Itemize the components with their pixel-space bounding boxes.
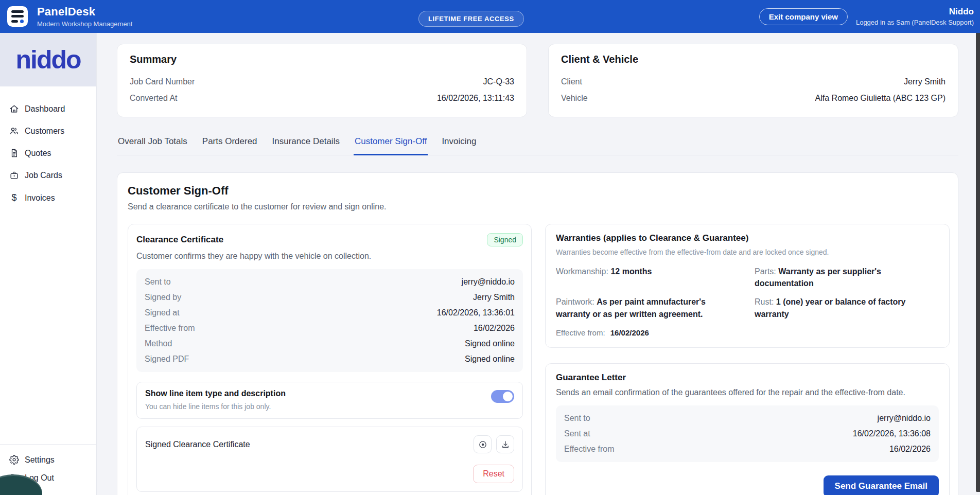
effective-label: Effective from: [556,328,605,337]
detail-value: Signed online [465,355,515,364]
warranty-item-rust: Rust: 1 (one) year or balance of factory… [755,296,939,320]
warranty-label: Workmanship: [556,267,608,276]
sidebar-item-dashboard[interactable]: Dashboard [0,100,96,118]
warranties-effective-from: Effective from: 16/02/2026 [556,328,939,337]
detail-row: Signed PDF Signed online [145,351,515,367]
tab-parts-ordered[interactable]: Parts Ordered [201,133,258,155]
detail-row: Signed at 16/02/2026, 13:36:01 [145,305,515,321]
warranty-value: 1 (one) year or balance of factory warra… [755,297,905,318]
sidebar-item-label: Customers [25,127,64,136]
app-logo-icon[interactable] [7,6,28,27]
row-value: JC-Q-33 [483,77,514,86]
detail-value: 16/02/2026 [889,445,931,454]
warranty-item-paintwork: Paintwork: As per paint amnufacturer's w… [556,296,740,320]
page-subtitle: Send a clearance certificate to the cust… [128,202,950,211]
detail-row: Sent to jerry@niddo.io [145,274,515,290]
tab-customer-sign-off[interactable]: Customer Sign-Off [354,133,428,155]
detail-row: Signed by Jerry Smith [145,290,515,305]
sidebar-item-customers[interactable]: Customers [0,122,96,140]
file-row: Signed Clearance Certificate [145,435,514,453]
sidebar-item-job-cards[interactable]: Job Cards [0,166,96,184]
summary-row: Converted At 16/02/2026, 13:11:43 [130,90,514,107]
toggle-texts: Show line item type and description You … [145,389,286,411]
detail-label: Sent at [564,429,590,438]
file-name: Signed Clearance Certificate [145,440,250,449]
summary-card: Summary Job Card Number JC-Q-33 Converte… [117,44,527,117]
detail-label: Effective from [145,324,195,333]
sidebar-item-label: Job Cards [25,171,62,180]
warranties-subtitle: Warranties become effective from the eff… [556,248,939,256]
download-button[interactable] [496,435,514,453]
sidebar-item-settings[interactable]: Settings [0,451,96,469]
row-label: Vehicle [561,94,588,103]
tab-invoicing[interactable]: Invoicing [441,133,477,155]
app-tagline: Modern Workshop Management [37,20,132,28]
tab-insurance-details[interactable]: Insurance Details [271,133,341,155]
app-header: PanelDesk Modern Workshop Management LIF… [0,0,980,33]
detail-row: Effective from 16/02/2026 [145,321,515,336]
logged-in-as: Logged in as Sam (PanelDesk Support) [856,19,974,26]
effective-value: 16/02/2026 [610,328,649,337]
toggle-hint: You can hide line items for this job onl… [145,402,286,411]
briefcase-icon [9,170,19,180]
row-label: Converted At [130,94,178,103]
header-center: LIFETIME FREE ACCESS [418,11,524,27]
detail-value: 16/02/2026, 13:36:01 [437,308,515,317]
detail-value: 16/02/2026 [474,324,515,333]
detail-row: Sent at 16/02/2026, 13:36:08 [564,426,931,441]
warranties-grid: Workmanship: 12 months Parts: Warranty a… [556,266,939,320]
detail-row: Sent to jerry@niddo.io [564,411,931,426]
clearance-title: Clearance Certificate [136,233,223,245]
clearance-header: Clearance Certificate Signed [136,233,523,246]
warranty-label: Paintwork: [556,297,594,306]
customer-sign-off-panel: Customer Sign-Off Send a clearance certi… [117,172,958,495]
send-guarantee-email-button[interactable]: Send Guarantee Email [824,475,939,495]
warranty-item-parts: Parts: Warranty as per supplier's docume… [755,266,939,289]
gear-icon [9,455,19,465]
warranty-label: Parts: [755,267,776,276]
detail-label: Signed PDF [145,355,189,364]
detail-value: jerry@niddo.io [878,414,931,423]
detail-row: Method Signed online [145,336,515,351]
logo-bar-row [11,20,24,23]
sidebar-item-quotes[interactable]: Quotes [0,144,96,162]
main-content: Summary Job Card Number JC-Q-33 Converte… [97,33,980,495]
sidebar-item-invoices[interactable]: $ Invoices [0,188,96,207]
warranty-item-workmanship: Workmanship: 12 months [556,266,740,289]
panel-columns: Clearance Certificate Signed Customer co… [128,224,950,495]
guarantee-title: Guarantee Letter [556,373,939,383]
client-row: Client Jerry Smith [561,74,946,90]
warranty-value: 12 months [610,267,652,276]
reset-button[interactable]: Reset [473,465,514,483]
detail-label: Signed at [145,308,180,317]
header-titles: PanelDesk Modern Workshop Management [37,5,132,28]
user-block: Niddo Logged in as Sam (PanelDesk Suppor… [856,7,975,26]
detail-value: 16/02/2026, 13:36:08 [853,429,931,438]
guarantee-button-row: Send Guarantee Email [556,475,939,495]
file-actions [474,435,514,453]
row-label: Client [561,77,582,86]
eye-icon [478,440,487,449]
client-vehicle-title: Client & Vehicle [561,54,946,65]
app-name: PanelDesk [37,5,132,19]
show-line-items-toggle[interactable] [491,390,514,403]
clearance-details-box: Sent to jerry@niddo.io Signed by Jerry S… [136,269,523,372]
users-icon [9,126,19,136]
vertical-scrollbar[interactable] [976,33,980,492]
summary-row: Job Card Number JC-Q-33 [130,74,514,90]
exit-company-view-button[interactable]: Exit company view [759,8,848,25]
sidebar: niddo Dashboard Customers Quotes Job Car… [0,33,97,495]
detail-value: jerry@niddo.io [462,277,515,287]
preview-button[interactable] [474,435,492,453]
warranties-title: Warranties (applies to Clearance & Guara… [556,233,939,243]
clearance-description: Customer confirms they are happy with th… [136,252,523,261]
file-footer: Reset [145,465,514,483]
toggle-knob [503,392,513,401]
guarantee-letter-card: Guarantee Letter Sends an email confirma… [545,363,950,495]
tab-overall-job-totals[interactable]: Overall Job Totals [117,133,188,155]
detail-label: Effective from [564,445,615,454]
status-badge-signed: Signed [487,233,523,246]
sidebar-item-label: Settings [25,455,55,465]
line-item-toggle-card: Show line item type and description You … [136,382,523,419]
row-value: Alfa Romeo Giulietta (ABC 123 GP) [815,94,946,103]
